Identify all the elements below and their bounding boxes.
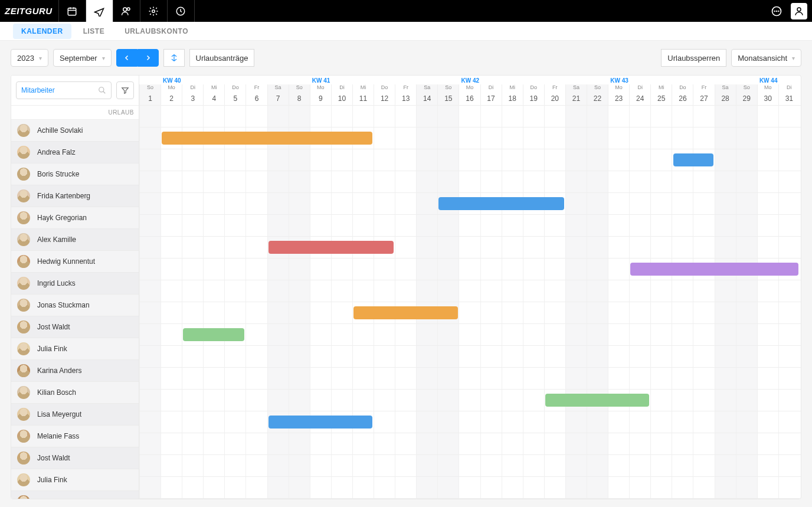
gantt-cell[interactable] bbox=[715, 302, 736, 323]
gantt-cell[interactable] bbox=[480, 433, 502, 454]
gantt-cell[interactable] bbox=[544, 259, 565, 280]
gantt-cell[interactable] bbox=[267, 171, 289, 192]
gantt-cell[interactable] bbox=[523, 127, 544, 149]
gantt-cell[interactable] bbox=[608, 149, 629, 171]
gantt-cell[interactable] bbox=[693, 433, 714, 454]
gantt-cell[interactable] bbox=[565, 302, 587, 323]
gantt-cell[interactable] bbox=[224, 280, 245, 302]
gantt-cell[interactable] bbox=[523, 259, 544, 280]
gantt-cell[interactable] bbox=[736, 390, 757, 411]
gantt-cell[interactable] bbox=[544, 477, 565, 498]
gantt-cell[interactable] bbox=[352, 324, 374, 345]
gantt-cell[interactable] bbox=[650, 368, 672, 389]
gantt-cell[interactable] bbox=[310, 302, 331, 323]
gantt-cell[interactable] bbox=[459, 237, 480, 258]
vacation-bar[interactable] bbox=[162, 132, 372, 145]
gantt-cell[interactable] bbox=[331, 368, 352, 389]
gantt-cell[interactable] bbox=[289, 477, 310, 498]
gantt-cell[interactable] bbox=[650, 455, 672, 476]
gantt-cell[interactable] bbox=[565, 237, 587, 258]
gantt-cell[interactable] bbox=[757, 193, 778, 214]
gantt-cell[interactable] bbox=[224, 368, 245, 389]
gantt-cell[interactable] bbox=[289, 390, 310, 411]
gantt-cell[interactable] bbox=[502, 346, 523, 367]
gantt-cell[interactable] bbox=[437, 259, 459, 280]
gantt-cell[interactable] bbox=[650, 106, 672, 127]
employee-row[interactable]: Boris Strucke bbox=[11, 163, 139, 185]
gantt-cell[interactable] bbox=[267, 455, 289, 476]
gantt-cell[interactable] bbox=[587, 215, 608, 236]
gantt-cell[interactable] bbox=[352, 368, 374, 389]
gantt-cell[interactable] bbox=[139, 302, 161, 323]
gantt-cell[interactable] bbox=[480, 259, 502, 280]
gantt-cell[interactable] bbox=[480, 346, 502, 367]
gantt-cell[interactable] bbox=[374, 280, 395, 302]
gantt-cell[interactable] bbox=[310, 324, 331, 345]
gantt-cell[interactable] bbox=[245, 259, 267, 280]
gantt-cell[interactable] bbox=[502, 433, 523, 454]
gantt-cell[interactable] bbox=[267, 193, 289, 214]
gantt-cell[interactable] bbox=[736, 346, 757, 367]
gantt-cell[interactable] bbox=[416, 433, 437, 454]
gantt-cell[interactable] bbox=[395, 324, 416, 345]
gantt-cell[interactable] bbox=[757, 237, 778, 258]
gantt-cell[interactable] bbox=[203, 390, 224, 411]
gantt-cell[interactable] bbox=[289, 346, 310, 367]
gantt-cell[interactable] bbox=[480, 127, 502, 149]
gantt-cell[interactable] bbox=[267, 368, 289, 389]
gantt-cell[interactable] bbox=[650, 390, 672, 411]
gantt-cell[interactable] bbox=[245, 106, 267, 127]
gantt-cell[interactable] bbox=[629, 368, 650, 389]
gantt-cell[interactable] bbox=[778, 193, 800, 214]
gantt-cell[interactable] bbox=[544, 237, 565, 258]
gantt-cell[interactable] bbox=[139, 259, 161, 280]
gantt-cell[interactable] bbox=[416, 411, 437, 433]
nav-people-icon[interactable] bbox=[113, 0, 140, 22]
gantt-cell[interactable] bbox=[693, 390, 714, 411]
gantt-cell[interactable] bbox=[565, 368, 587, 389]
gantt-cell[interactable] bbox=[161, 171, 182, 192]
gantt-cell[interactable] bbox=[480, 280, 502, 302]
gantt-cell[interactable] bbox=[395, 455, 416, 476]
vacation-bar[interactable] bbox=[269, 241, 394, 254]
gantt-cell[interactable] bbox=[757, 346, 778, 367]
gantt-cell[interactable] bbox=[715, 368, 736, 389]
gantt-cell[interactable] bbox=[693, 215, 714, 236]
gantt-cell[interactable] bbox=[608, 215, 629, 236]
gantt-cell[interactable] bbox=[182, 193, 203, 214]
gantt-cell[interactable] bbox=[437, 237, 459, 258]
gantt-cell[interactable] bbox=[437, 433, 459, 454]
gantt-cell[interactable] bbox=[502, 127, 523, 149]
employee-row[interactable]: Achille Sovlaki bbox=[11, 120, 139, 142]
gantt-cell[interactable] bbox=[161, 455, 182, 476]
year-select[interactable]: 2023▾ bbox=[11, 49, 48, 67]
gantt-cell[interactable] bbox=[544, 280, 565, 302]
gantt-cell[interactable] bbox=[352, 477, 374, 498]
gantt-cell[interactable] bbox=[650, 193, 672, 214]
gantt-cell[interactable] bbox=[715, 215, 736, 236]
gantt-cell[interactable] bbox=[182, 237, 203, 258]
gantt-cell[interactable] bbox=[203, 368, 224, 389]
gantt-cell[interactable] bbox=[203, 411, 224, 433]
gantt-cell[interactable] bbox=[459, 455, 480, 476]
gantt-cell[interactable] bbox=[289, 193, 310, 214]
gantt-cell[interactable] bbox=[352, 259, 374, 280]
gantt-cell[interactable] bbox=[395, 346, 416, 367]
gantt-cell[interactable] bbox=[715, 106, 736, 127]
gantt-cell[interactable] bbox=[245, 411, 267, 433]
gantt-cell[interactable] bbox=[608, 106, 629, 127]
employee-row[interactable]: Julia Fink bbox=[11, 469, 139, 491]
gantt-cell[interactable] bbox=[310, 390, 331, 411]
gantt-cell[interactable] bbox=[523, 346, 544, 367]
gantt-cell[interactable] bbox=[374, 171, 395, 192]
gantt-cell[interactable] bbox=[523, 280, 544, 302]
gantt-cell[interactable] bbox=[352, 171, 374, 192]
gantt-cell[interactable] bbox=[757, 324, 778, 345]
gantt-cell[interactable] bbox=[267, 433, 289, 454]
gantt-cell[interactable] bbox=[267, 149, 289, 171]
gantt-cell[interactable] bbox=[437, 324, 459, 345]
gantt-cell[interactable] bbox=[778, 127, 800, 149]
gantt-cell[interactable] bbox=[629, 127, 650, 149]
gantt-cell[interactable] bbox=[374, 193, 395, 214]
gantt-cell[interactable] bbox=[565, 193, 587, 214]
